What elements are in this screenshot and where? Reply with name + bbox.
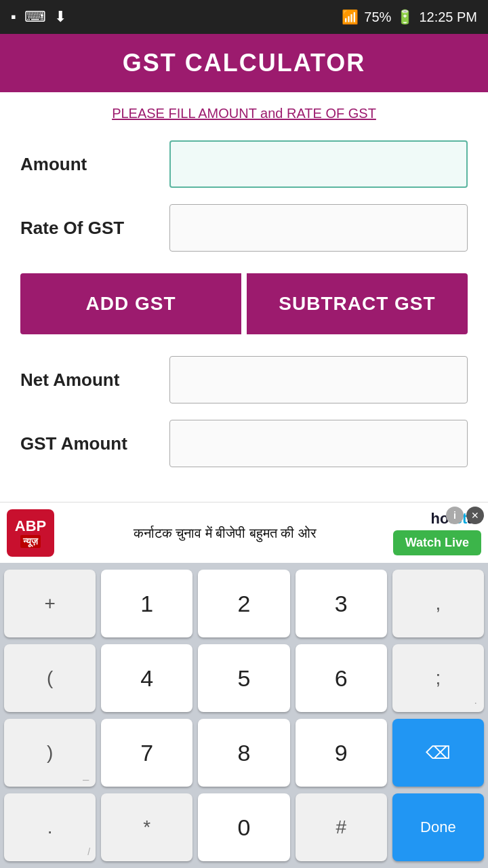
rate-field-row: Rate Of GST — [20, 204, 468, 252]
action-buttons: ADD GST SUBTRACT GST — [20, 273, 468, 334]
gst-amount-input[interactable] — [169, 420, 468, 467]
key-1[interactable]: 1 — [101, 570, 192, 637]
key-8[interactable]: 8 — [198, 719, 289, 787]
abp-text: ABP — [15, 517, 46, 535]
key-9[interactable]: 9 — [296, 719, 387, 787]
net-amount-label: Net Amount — [20, 370, 169, 391]
clock: 12:25 PM — [419, 9, 477, 25]
key-4[interactable]: 4 — [101, 644, 192, 712]
subtract-gst-button[interactable]: SUBTRACT GST — [247, 273, 468, 334]
main-content: PLEASE FILL AMOUNT and RATE OF GST Amoun… — [0, 92, 488, 502]
ad-close-button[interactable]: ✕ — [466, 507, 484, 524]
instruction-text: PLEASE FILL AMOUNT and RATE OF GST — [20, 106, 468, 121]
status-icons-left: ▪ ⌨ ⬇ — [11, 8, 66, 26]
app-title: GST CALCULATOR — [0, 49, 488, 77]
key-plus[interactable]: + — [4, 570, 96, 637]
signal-strength: 75% — [364, 9, 391, 25]
keyboard-row-2: ( 4 5 6 ;. — [4, 644, 484, 712]
ad-info-icon[interactable]: i — [446, 507, 464, 524]
key-open-paren[interactable]: ( — [4, 644, 96, 712]
app-header: GST CALCULATOR — [0, 34, 488, 92]
net-amount-field-row: Net Amount — [20, 356, 468, 403]
net-amount-input[interactable] — [169, 356, 468, 403]
key-comma[interactable]: , — [392, 570, 484, 637]
key-0[interactable]: 0 — [198, 793, 289, 861]
key-period[interactable]: ./ — [4, 793, 96, 861]
download-icon: ⬇ — [54, 8, 66, 26]
key-backspace[interactable]: ⌫ — [392, 719, 484, 787]
amount-input[interactable] — [169, 140, 468, 188]
key-semicolon[interactable]: ;. — [392, 644, 484, 712]
keyboard-row-3: )_ 7 8 9 ⌫ — [4, 719, 484, 787]
amount-label: Amount — [20, 154, 169, 175]
status-bar: ▪ ⌨ ⬇ 📶 75% 🔋 12:25 PM — [0, 0, 488, 34]
rate-label: Rate Of GST — [20, 218, 169, 239]
ad-logo: ABP न्यूज़ — [7, 509, 54, 557]
gst-amount-label: GST Amount — [20, 433, 169, 454]
news-text: न्यूज़ — [20, 535, 41, 548]
ad-text: कर्नाटक चुनाव में बीजेपी बहुमत की ओर — [64, 524, 386, 542]
add-gst-button[interactable]: ADD GST — [20, 273, 241, 334]
key-7[interactable]: 7 — [101, 719, 192, 787]
keyboard-icon: ⌨ — [24, 8, 46, 26]
key-5[interactable]: 5 — [198, 644, 289, 712]
key-3[interactable]: 3 — [296, 570, 387, 637]
keyboard-row-1: + 1 2 3 , — [4, 570, 484, 637]
ad-banner: ABP न्यूज़ कर्नाटक चुनाव में बीजेपी बहुम… — [0, 502, 488, 563]
gst-amount-field-row: GST Amount — [20, 420, 468, 467]
amount-field-row: Amount — [20, 140, 468, 188]
watch-live-button[interactable]: Watch Live — [393, 530, 481, 555]
key-close-paren[interactable]: )_ — [4, 719, 96, 787]
key-2[interactable]: 2 — [198, 570, 289, 637]
rate-input[interactable] — [169, 204, 468, 252]
key-6[interactable]: 6 — [296, 644, 387, 712]
key-asterisk[interactable]: * — [101, 793, 192, 861]
keyboard: + 1 2 3 , ( 4 5 6 ;. )_ 7 8 9 ⌫ ./ * 0 #… — [0, 563, 488, 868]
key-done[interactable]: Done — [392, 793, 484, 861]
keyboard-row-4: ./ * 0 # Done — [4, 793, 484, 861]
battery-indicator: 🔋 — [396, 9, 413, 25]
status-icons-right: 📶 75% 🔋 12:25 PM — [342, 9, 477, 25]
battery-icon: ▪ — [11, 8, 16, 26]
wifi-icon: 📶 — [342, 9, 359, 25]
key-hash[interactable]: # — [296, 793, 387, 861]
